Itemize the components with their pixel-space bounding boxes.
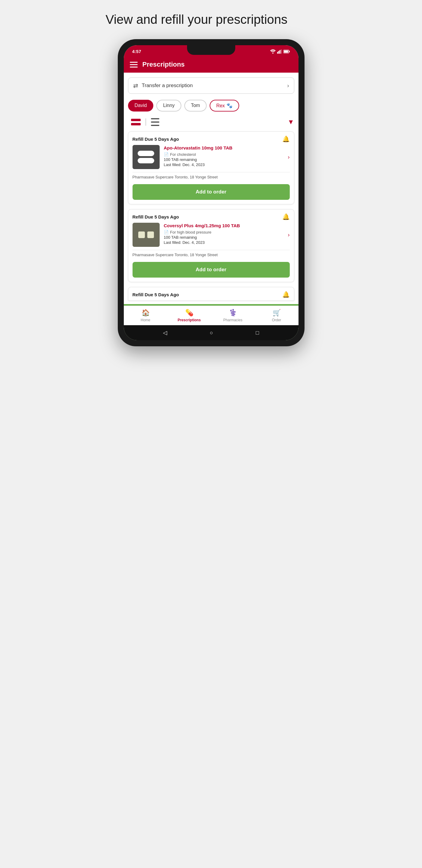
transfer-prescription-button[interactable]: ⇄ Transfer a prescription › bbox=[128, 78, 294, 94]
rx-card-header-1: Refill Due 5 Days Ago 🔔 bbox=[128, 132, 294, 145]
rx-indication-2: 📄 For high blood pressure bbox=[164, 230, 284, 235]
rx-info-1: Apo-Atorvastatin 10mg 100 TAB 📄 For chol… bbox=[164, 145, 284, 167]
prescription-card-1: Refill Due 5 Days Ago 🔔 Apo-Atorvastatin… bbox=[128, 131, 294, 204]
doc-icon-2: 📄 bbox=[164, 230, 169, 235]
pill-icon: 💊 bbox=[185, 309, 193, 317]
bottom-nav: 🏠 Home 💊 Prescriptions ⚕️ Pharmacies 🛒 O… bbox=[124, 306, 298, 325]
page-heading: View and refill your prescriptions bbox=[106, 12, 317, 27]
status-time: 4:57 bbox=[132, 49, 141, 54]
nav-order[interactable]: 🛒 Order bbox=[255, 306, 298, 325]
rx-info-2: Coversyl Plus 4mg/1.25mg 100 TAB 📄 For h… bbox=[164, 223, 284, 245]
card-view-button[interactable] bbox=[128, 118, 144, 127]
rx-image-1 bbox=[133, 145, 160, 169]
view-toggles bbox=[128, 117, 162, 127]
signal-icon bbox=[277, 50, 282, 54]
android-recents-button[interactable]: □ bbox=[256, 330, 259, 336]
bell-icon-2[interactable]: 🔔 bbox=[282, 213, 290, 220]
rx-pharmacy-2: Pharmasave Supercare Toronto, 18 Yonge S… bbox=[128, 250, 294, 259]
phone-screen: 4:57 bbox=[124, 45, 298, 340]
bell-icon-3[interactable]: 🔔 bbox=[282, 291, 290, 298]
android-home-button[interactable]: ○ bbox=[210, 330, 213, 336]
battery-icon bbox=[284, 50, 290, 53]
rx-last-filled-1: Last filled: Dec. 4, 2023 bbox=[164, 162, 284, 167]
view-toggle-bar: ▼ bbox=[124, 116, 298, 131]
profile-pill-linny[interactable]: Linny bbox=[156, 100, 181, 112]
status-bar: 4:57 bbox=[124, 45, 298, 56]
phone-shell: 4:57 bbox=[118, 39, 304, 346]
rx-remaining-2: 100 TAB remaining bbox=[164, 235, 284, 240]
rx-card-body-1: Apo-Atorvastatin 10mg 100 TAB 📄 For chol… bbox=[128, 145, 294, 172]
rx-last-filled-2: Last filled: Dec. 4, 2023 bbox=[164, 240, 284, 245]
filter-button[interactable]: ▼ bbox=[288, 118, 294, 126]
prescription-cards: Refill Due 5 Days Ago 🔔 Apo-Atorvastatin… bbox=[124, 131, 298, 301]
rx-chevron-1[interactable]: › bbox=[288, 154, 290, 160]
rx-indication-1: 📄 For cholesterol bbox=[164, 152, 284, 157]
rx-remaining-1: 100 TAB remaining bbox=[164, 157, 284, 162]
hamburger-menu-button[interactable] bbox=[130, 62, 138, 67]
profile-pill-david[interactable]: David bbox=[128, 100, 154, 112]
nav-home-label: Home bbox=[141, 318, 150, 322]
profile-pill-tom[interactable]: Tom bbox=[184, 100, 207, 112]
status-icons bbox=[270, 50, 290, 54]
svg-rect-2 bbox=[278, 51, 279, 54]
svg-rect-4 bbox=[281, 50, 282, 54]
app-bar: Prescriptions bbox=[124, 56, 298, 73]
list-view-button[interactable] bbox=[148, 117, 162, 127]
view-toggle-divider bbox=[145, 119, 146, 126]
transfer-text: Transfer a prescription bbox=[142, 83, 193, 89]
wifi-icon bbox=[270, 50, 275, 54]
rx-card-header-3: Refill Due 5 Days Ago 🔔 bbox=[128, 287, 294, 301]
rx-icon: ⚕️ bbox=[229, 309, 237, 317]
profile-pill-rex[interactable]: Rex 🐾 bbox=[209, 100, 239, 112]
rx-name-1[interactable]: Apo-Atorvastatin 10mg 100 TAB bbox=[164, 145, 284, 151]
svg-point-0 bbox=[272, 53, 273, 54]
svg-rect-6 bbox=[289, 51, 290, 52]
card-view-icon bbox=[131, 119, 141, 125]
app-bar-title: Prescriptions bbox=[142, 61, 185, 68]
svg-rect-1 bbox=[277, 52, 278, 54]
rx-due-label-2: Refill Due 5 Days Ago bbox=[133, 214, 179, 219]
svg-rect-7 bbox=[284, 50, 288, 53]
prescription-card-2: Refill Due 5 Days Ago 🔔 bbox=[128, 209, 294, 282]
nav-pharmacies-label: Pharmacies bbox=[223, 318, 242, 322]
transfer-bar-left: ⇄ Transfer a prescription bbox=[133, 82, 193, 89]
add-to-order-button-1[interactable]: Add to order bbox=[133, 184, 290, 200]
transfer-chevron-icon: › bbox=[287, 83, 289, 89]
bell-icon-1[interactable]: 🔔 bbox=[282, 135, 290, 143]
list-view-icon bbox=[151, 118, 159, 126]
notch bbox=[187, 45, 235, 55]
nav-prescriptions[interactable]: 💊 Prescriptions bbox=[167, 306, 211, 325]
home-icon: 🏠 bbox=[141, 309, 150, 317]
nav-prescriptions-label: Prescriptions bbox=[178, 318, 201, 322]
nav-pharmacies[interactable]: ⚕️ Pharmacies bbox=[211, 306, 255, 325]
rx-image-2 bbox=[133, 223, 160, 247]
rx-card-header-2: Refill Due 5 Days Ago 🔔 bbox=[128, 210, 294, 223]
doc-icon-1: 📄 bbox=[164, 152, 169, 157]
rx-card-body-2: Coversyl Plus 4mg/1.25mg 100 TAB 📄 For h… bbox=[128, 223, 294, 250]
nav-order-label: Order bbox=[272, 318, 281, 322]
profile-pills: David Linny Tom Rex 🐾 bbox=[124, 98, 298, 116]
add-to-order-button-2[interactable]: Add to order bbox=[133, 262, 290, 278]
android-nav-bar: ◁ ○ □ bbox=[124, 325, 298, 340]
cart-icon: 🛒 bbox=[272, 309, 281, 317]
rx-chevron-2[interactable]: › bbox=[288, 232, 290, 238]
transfer-icon: ⇄ bbox=[133, 82, 138, 89]
paw-icon: 🐾 bbox=[227, 103, 232, 108]
android-back-button[interactable]: ◁ bbox=[163, 330, 167, 336]
rx-name-2[interactable]: Coversyl Plus 4mg/1.25mg 100 TAB bbox=[164, 223, 284, 229]
nav-home[interactable]: 🏠 Home bbox=[124, 306, 167, 325]
rx-due-label-3: Refill Due 5 Days Ago bbox=[133, 292, 179, 297]
rx-pharmacy-1: Pharmasave Supercare Toronto, 18 Yonge S… bbox=[128, 173, 294, 182]
prescription-card-3-partial: Refill Due 5 Days Ago 🔔 bbox=[128, 287, 294, 301]
svg-rect-3 bbox=[280, 50, 281, 54]
rx-due-label-1: Refill Due 5 Days Ago bbox=[133, 136, 179, 142]
